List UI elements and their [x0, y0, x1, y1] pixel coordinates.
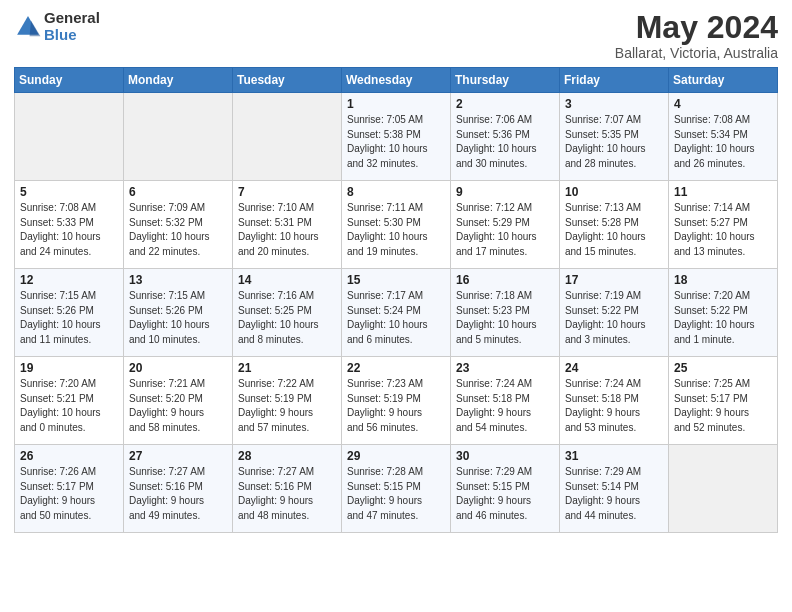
header: General Blue May 2024 Ballarat, Victoria…: [14, 10, 778, 61]
day-info: Sunrise: 7:29 AM Sunset: 5:14 PM Dayligh…: [565, 465, 663, 523]
calendar-cell: 26Sunrise: 7:26 AM Sunset: 5:17 PM Dayli…: [15, 445, 124, 533]
title-area: May 2024 Ballarat, Victoria, Australia: [615, 10, 778, 61]
col-header-wednesday: Wednesday: [342, 68, 451, 93]
day-info: Sunrise: 7:20 AM Sunset: 5:22 PM Dayligh…: [674, 289, 772, 347]
day-info: Sunrise: 7:13 AM Sunset: 5:28 PM Dayligh…: [565, 201, 663, 259]
day-number: 13: [129, 273, 227, 287]
calendar-cell: 19Sunrise: 7:20 AM Sunset: 5:21 PM Dayli…: [15, 357, 124, 445]
svg-marker-1: [30, 20, 41, 36]
day-info: Sunrise: 7:12 AM Sunset: 5:29 PM Dayligh…: [456, 201, 554, 259]
day-info: Sunrise: 7:27 AM Sunset: 5:16 PM Dayligh…: [129, 465, 227, 523]
day-info: Sunrise: 7:11 AM Sunset: 5:30 PM Dayligh…: [347, 201, 445, 259]
calendar-cell: 21Sunrise: 7:22 AM Sunset: 5:19 PM Dayli…: [233, 357, 342, 445]
location: Ballarat, Victoria, Australia: [615, 45, 778, 61]
day-number: 7: [238, 185, 336, 199]
logo-text: General Blue: [44, 10, 100, 43]
day-info: Sunrise: 7:18 AM Sunset: 5:23 PM Dayligh…: [456, 289, 554, 347]
day-number: 15: [347, 273, 445, 287]
calendar-cell: 22Sunrise: 7:23 AM Sunset: 5:19 PM Dayli…: [342, 357, 451, 445]
day-info: Sunrise: 7:17 AM Sunset: 5:24 PM Dayligh…: [347, 289, 445, 347]
calendar-cell: 6Sunrise: 7:09 AM Sunset: 5:32 PM Daylig…: [124, 181, 233, 269]
header-row: SundayMondayTuesdayWednesdayThursdayFrid…: [15, 68, 778, 93]
day-number: 14: [238, 273, 336, 287]
day-number: 8: [347, 185, 445, 199]
calendar-cell: 29Sunrise: 7:28 AM Sunset: 5:15 PM Dayli…: [342, 445, 451, 533]
day-number: 21: [238, 361, 336, 375]
calendar-cell: 28Sunrise: 7:27 AM Sunset: 5:16 PM Dayli…: [233, 445, 342, 533]
day-info: Sunrise: 7:16 AM Sunset: 5:25 PM Dayligh…: [238, 289, 336, 347]
month-title: May 2024: [615, 10, 778, 45]
day-info: Sunrise: 7:09 AM Sunset: 5:32 PM Dayligh…: [129, 201, 227, 259]
day-number: 20: [129, 361, 227, 375]
col-header-thursday: Thursday: [451, 68, 560, 93]
calendar-cell: 11Sunrise: 7:14 AM Sunset: 5:27 PM Dayli…: [669, 181, 778, 269]
calendar-cell: [124, 93, 233, 181]
day-number: 9: [456, 185, 554, 199]
logo: General Blue: [14, 10, 100, 43]
day-info: Sunrise: 7:19 AM Sunset: 5:22 PM Dayligh…: [565, 289, 663, 347]
day-number: 22: [347, 361, 445, 375]
day-number: 11: [674, 185, 772, 199]
day-number: 6: [129, 185, 227, 199]
day-number: 29: [347, 449, 445, 463]
calendar-cell: 27Sunrise: 7:27 AM Sunset: 5:16 PM Dayli…: [124, 445, 233, 533]
day-info: Sunrise: 7:07 AM Sunset: 5:35 PM Dayligh…: [565, 113, 663, 171]
day-number: 31: [565, 449, 663, 463]
day-number: 2: [456, 97, 554, 111]
day-info: Sunrise: 7:25 AM Sunset: 5:17 PM Dayligh…: [674, 377, 772, 435]
day-info: Sunrise: 7:08 AM Sunset: 5:34 PM Dayligh…: [674, 113, 772, 171]
day-number: 1: [347, 97, 445, 111]
day-number: 25: [674, 361, 772, 375]
calendar-cell: 25Sunrise: 7:25 AM Sunset: 5:17 PM Dayli…: [669, 357, 778, 445]
day-info: Sunrise: 7:23 AM Sunset: 5:19 PM Dayligh…: [347, 377, 445, 435]
day-info: Sunrise: 7:20 AM Sunset: 5:21 PM Dayligh…: [20, 377, 118, 435]
day-info: Sunrise: 7:14 AM Sunset: 5:27 PM Dayligh…: [674, 201, 772, 259]
week-row-5: 26Sunrise: 7:26 AM Sunset: 5:17 PM Dayli…: [15, 445, 778, 533]
day-info: Sunrise: 7:26 AM Sunset: 5:17 PM Dayligh…: [20, 465, 118, 523]
day-info: Sunrise: 7:15 AM Sunset: 5:26 PM Dayligh…: [20, 289, 118, 347]
day-number: 18: [674, 273, 772, 287]
week-row-1: 1Sunrise: 7:05 AM Sunset: 5:38 PM Daylig…: [15, 93, 778, 181]
calendar-cell: 20Sunrise: 7:21 AM Sunset: 5:20 PM Dayli…: [124, 357, 233, 445]
day-info: Sunrise: 7:27 AM Sunset: 5:16 PM Dayligh…: [238, 465, 336, 523]
week-row-3: 12Sunrise: 7:15 AM Sunset: 5:26 PM Dayli…: [15, 269, 778, 357]
col-header-friday: Friday: [560, 68, 669, 93]
calendar-cell: 15Sunrise: 7:17 AM Sunset: 5:24 PM Dayli…: [342, 269, 451, 357]
day-info: Sunrise: 7:24 AM Sunset: 5:18 PM Dayligh…: [456, 377, 554, 435]
day-number: 17: [565, 273, 663, 287]
calendar-table: SundayMondayTuesdayWednesdayThursdayFrid…: [14, 67, 778, 533]
calendar-cell: 24Sunrise: 7:24 AM Sunset: 5:18 PM Dayli…: [560, 357, 669, 445]
day-info: Sunrise: 7:10 AM Sunset: 5:31 PM Dayligh…: [238, 201, 336, 259]
day-info: Sunrise: 7:28 AM Sunset: 5:15 PM Dayligh…: [347, 465, 445, 523]
day-number: 26: [20, 449, 118, 463]
calendar-cell: 31Sunrise: 7:29 AM Sunset: 5:14 PM Dayli…: [560, 445, 669, 533]
day-number: 10: [565, 185, 663, 199]
day-number: 4: [674, 97, 772, 111]
calendar-cell: 1Sunrise: 7:05 AM Sunset: 5:38 PM Daylig…: [342, 93, 451, 181]
day-info: Sunrise: 7:15 AM Sunset: 5:26 PM Dayligh…: [129, 289, 227, 347]
calendar-cell: 14Sunrise: 7:16 AM Sunset: 5:25 PM Dayli…: [233, 269, 342, 357]
day-number: 23: [456, 361, 554, 375]
col-header-monday: Monday: [124, 68, 233, 93]
day-number: 19: [20, 361, 118, 375]
calendar-cell: 7Sunrise: 7:10 AM Sunset: 5:31 PM Daylig…: [233, 181, 342, 269]
logo-icon: [14, 13, 42, 41]
calendar-cell: 17Sunrise: 7:19 AM Sunset: 5:22 PM Dayli…: [560, 269, 669, 357]
calendar-cell: 18Sunrise: 7:20 AM Sunset: 5:22 PM Dayli…: [669, 269, 778, 357]
calendar-cell: 9Sunrise: 7:12 AM Sunset: 5:29 PM Daylig…: [451, 181, 560, 269]
calendar-cell: 12Sunrise: 7:15 AM Sunset: 5:26 PM Dayli…: [15, 269, 124, 357]
day-info: Sunrise: 7:06 AM Sunset: 5:36 PM Dayligh…: [456, 113, 554, 171]
calendar-cell: 3Sunrise: 7:07 AM Sunset: 5:35 PM Daylig…: [560, 93, 669, 181]
col-header-sunday: Sunday: [15, 68, 124, 93]
day-number: 24: [565, 361, 663, 375]
day-number: 27: [129, 449, 227, 463]
day-info: Sunrise: 7:29 AM Sunset: 5:15 PM Dayligh…: [456, 465, 554, 523]
day-info: Sunrise: 7:24 AM Sunset: 5:18 PM Dayligh…: [565, 377, 663, 435]
calendar-cell: 2Sunrise: 7:06 AM Sunset: 5:36 PM Daylig…: [451, 93, 560, 181]
calendar-cell: 10Sunrise: 7:13 AM Sunset: 5:28 PM Dayli…: [560, 181, 669, 269]
calendar-cell: 13Sunrise: 7:15 AM Sunset: 5:26 PM Dayli…: [124, 269, 233, 357]
col-header-saturday: Saturday: [669, 68, 778, 93]
col-header-tuesday: Tuesday: [233, 68, 342, 93]
logo-general: General: [44, 10, 100, 27]
week-row-4: 19Sunrise: 7:20 AM Sunset: 5:21 PM Dayli…: [15, 357, 778, 445]
